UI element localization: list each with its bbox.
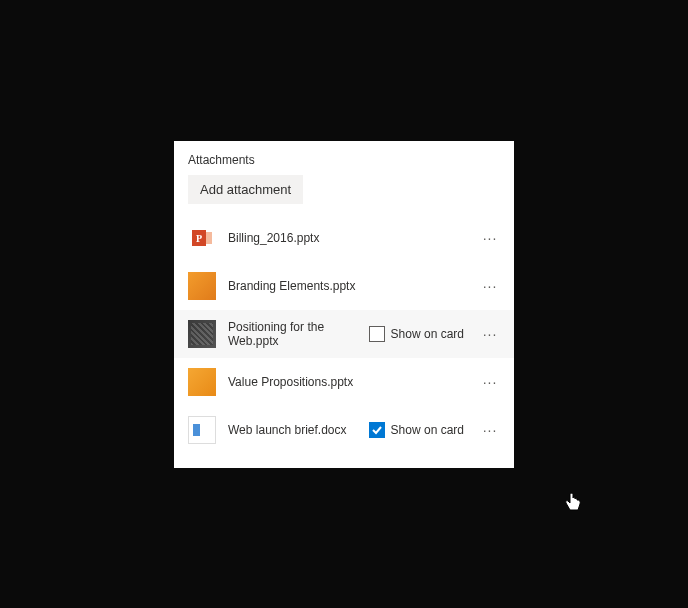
show-on-card-label: Show on card (391, 327, 464, 341)
attachment-row[interactable]: Value Propositions.pptx ··· (174, 358, 514, 406)
show-on-card-control[interactable]: Show on card (369, 422, 464, 438)
more-icon[interactable]: ··· (480, 374, 500, 390)
attachment-filename: Positioning for the Web.pptx (228, 320, 357, 348)
more-icon[interactable]: ··· (480, 278, 500, 294)
attachment-list: P Billing_2016.pptx ··· Branding Element… (174, 214, 514, 454)
show-on-card-checkbox[interactable] (369, 326, 385, 342)
attachment-row[interactable]: P Billing_2016.pptx ··· (174, 214, 514, 262)
more-icon[interactable]: ··· (480, 326, 500, 342)
file-thumbnail (188, 272, 216, 300)
powerpoint-icon: P (188, 224, 216, 252)
pointer-cursor-icon (564, 492, 582, 516)
attachment-filename: Branding Elements.pptx (228, 279, 468, 293)
more-icon[interactable]: ··· (480, 422, 500, 438)
attachment-filename: Value Propositions.pptx (228, 375, 468, 389)
file-thumbnail (188, 320, 216, 348)
add-attachment-button[interactable]: Add attachment (188, 175, 303, 204)
show-on-card-label: Show on card (391, 423, 464, 437)
section-title: Attachments (174, 153, 514, 175)
show-on-card-checkbox[interactable] (369, 422, 385, 438)
file-thumbnail (188, 368, 216, 396)
svg-text:P: P (196, 233, 202, 244)
show-on-card-control[interactable]: Show on card (369, 326, 464, 342)
attachment-filename: Billing_2016.pptx (228, 231, 468, 245)
attachment-row[interactable]: Positioning for the Web.pptx Show on car… (174, 310, 514, 358)
attachment-row[interactable]: Web launch brief.docx Show on card ··· (174, 406, 514, 454)
svg-rect-2 (206, 232, 212, 244)
file-thumbnail (188, 416, 216, 444)
attachments-panel: Attachments Add attachment P Billing_201… (174, 141, 514, 468)
more-icon[interactable]: ··· (480, 230, 500, 246)
attachment-filename: Web launch brief.docx (228, 423, 357, 437)
attachment-row[interactable]: Branding Elements.pptx ··· (174, 262, 514, 310)
